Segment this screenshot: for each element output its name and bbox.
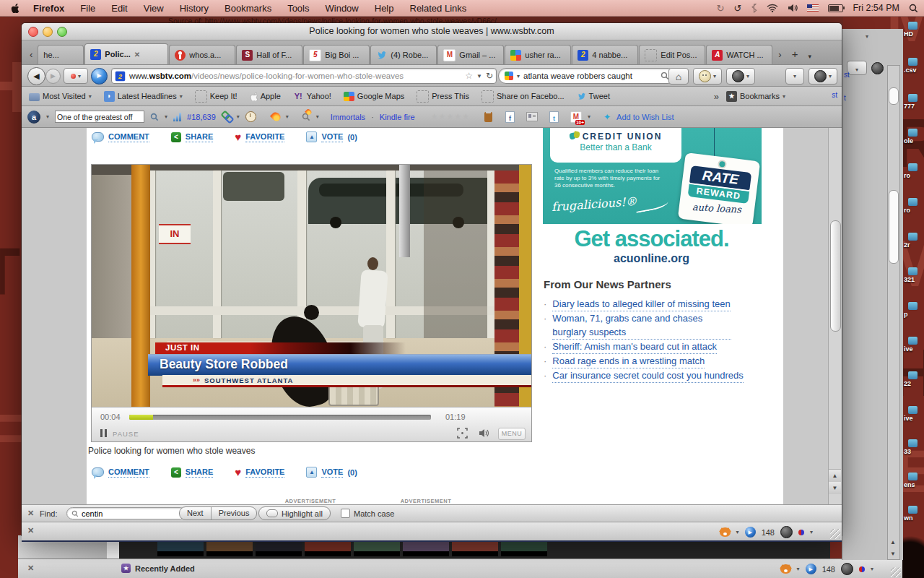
bookmark-press-this[interactable]: Press This <box>417 90 469 103</box>
favorite-button[interactable]: ♥FAVORITE <box>235 131 284 143</box>
bookmark-share-facebook[interactable]: Share on Facebo... <box>481 90 565 103</box>
amazon-search-icon[interactable] <box>150 113 159 121</box>
desktop-icon[interactable]: ro <box>904 163 924 179</box>
amazon-search-input[interactable] <box>55 111 144 123</box>
addon-ball-button-2[interactable]: ▾ <box>808 68 837 85</box>
session-addon-button[interactable]: ▾ <box>64 68 88 84</box>
partner-link[interactable]: Diary leads to alleged killer of missing… <box>552 297 730 311</box>
desktop-icon[interactable]: ive <box>904 406 924 422</box>
tab-usher[interactable]: usher ra... <box>505 45 571 64</box>
tab-whosampled[interactable]: whos.a... <box>169 45 235 64</box>
partner-link[interactable]: Car insurance secret could cost you hund… <box>552 368 743 383</box>
bookmark-keep-it[interactable]: Keep It! <box>195 90 237 103</box>
desktop-icon[interactable]: 33 <box>904 439 924 455</box>
menu-history[interactable]: History <box>180 3 209 14</box>
history-clock-icon[interactable] <box>245 111 256 122</box>
scrollbar-thumb[interactable] <box>830 220 841 332</box>
menu-firefox[interactable]: Firefox <box>33 3 64 14</box>
scroll-up-icon[interactable]: ▲ <box>829 469 841 482</box>
menu-window[interactable]: Window <box>326 3 359 14</box>
facebook-share-doc-icon[interactable]: f <box>505 111 515 123</box>
chevron-down-icon[interactable]: ▾ <box>237 113 240 120</box>
desktop-icon[interactable]: wn <box>904 506 924 522</box>
addon-dot-icon[interactable] <box>859 566 865 572</box>
scroll-down-icon[interactable]: ▼ <box>829 482 841 494</box>
pause-label[interactable]: PAUSE <box>113 430 139 438</box>
find-input-wrap[interactable] <box>66 507 186 519</box>
home-button[interactable]: ⌂ <box>668 68 689 85</box>
blue-orb-addon-button[interactable]: ▶ <box>91 68 108 85</box>
pause-icon[interactable] <box>100 429 107 437</box>
recently-added-label[interactable]: Recently Added <box>135 564 195 573</box>
gmail-notifier-icon[interactable]: M10+ <box>570 111 582 123</box>
ad-headline[interactable]: Get associated. <box>541 226 762 252</box>
new-tab-button[interactable]: + <box>792 48 798 60</box>
search-engine-dropdown-icon[interactable]: ▾ <box>517 73 520 79</box>
toolbar-button-fragment[interactable] <box>871 62 884 74</box>
desktop-icon[interactable]: 22 <box>904 371 924 387</box>
addon-ball-icon[interactable] <box>780 526 793 538</box>
link-icon[interactable] <box>222 112 231 121</box>
find-input[interactable] <box>82 509 168 518</box>
bookmarks-menu-button[interactable]: ★Bookmarks▾ <box>726 91 785 102</box>
desktop-icon[interactable]: ive <box>904 337 924 353</box>
time-machine-icon[interactable]: ↺ <box>733 3 741 14</box>
scroll-down-icon[interactable]: ▼ <box>888 548 898 559</box>
immortals-link[interactable]: Immortals <box>331 113 365 121</box>
tab-big-boi[interactable]: 5 Big Boi ... <box>303 45 370 64</box>
minimize-window-button[interactable] <box>43 27 53 37</box>
apple-menu-icon[interactable] <box>10 3 19 13</box>
forward-button[interactable]: ▶ <box>45 69 61 84</box>
titlebar[interactable]: Police looking for women who stole weave… <box>22 23 842 40</box>
scrollbar[interactable]: ▲ ▼ <box>887 65 900 560</box>
zoom-window-button[interactable] <box>57 27 67 37</box>
desktop-icon[interactable]: HD <box>904 22 924 38</box>
desktop-icon[interactable]: .csv <box>904 58 924 74</box>
volume-icon[interactable] <box>479 428 489 439</box>
highlight-all-button[interactable]: Highlight all <box>258 506 331 520</box>
menubar-clock[interactable]: Fri 2:54 PM <box>853 3 899 13</box>
scrollbar-thumb[interactable] <box>889 87 899 105</box>
desktop-icon[interactable]: ro <box>904 198 924 214</box>
addon-smiley-button[interactable]: ▾ <box>693 68 722 85</box>
checkbox-icon[interactable] <box>341 509 350 518</box>
tab-scroll-left-icon[interactable]: ‹ <box>30 49 32 60</box>
close-statusbar-icon[interactable]: ✕ <box>27 526 34 535</box>
flame-icon[interactable] <box>270 111 282 123</box>
video-frame[interactable]: IN JUST IN Beauty Store Robbed <box>92 165 531 407</box>
background-window[interactable]: ▾ ▾ st t ▲ ▼ <box>842 29 903 560</box>
desktop-icon[interactable]: p <box>904 302 924 318</box>
tab-close-icon[interactable]: ✕ <box>134 51 140 59</box>
chevron-down-icon[interactable]: ▾ <box>588 113 590 120</box>
partner-link[interactable]: Sheriff: Amish man's beard cut in attack <box>552 340 717 354</box>
bookmark-latest-headlines[interactable]: ◗Latest Headlines▾ <box>104 91 183 102</box>
toolbar-button-fragment[interactable]: ▾ <box>847 61 867 75</box>
desktop-icon[interactable]: ole <box>904 129 924 144</box>
wifi-icon[interactable] <box>767 4 778 12</box>
menu-bookmarks[interactable]: Bookmarks <box>225 3 271 14</box>
bookmark-tweet[interactable]: Tweet <box>577 92 610 101</box>
menu-edit[interactable]: Edit <box>111 3 127 14</box>
addon-ball-button[interactable]: ▾ <box>726 68 755 85</box>
search-bar[interactable]: ▾ <box>498 68 676 84</box>
bookmark-google-maps[interactable]: Google Maps <box>344 92 404 101</box>
bluetooth-icon[interactable] <box>751 4 757 13</box>
seek-bar[interactable] <box>129 415 431 420</box>
menu-help[interactable]: Help <box>375 3 394 14</box>
url-dropdown-icon[interactable]: ▼ <box>476 73 482 79</box>
addon-dropdown-button[interactable]: ▾ <box>785 68 804 85</box>
menu-related-links[interactable]: Related Links <box>410 3 467 14</box>
partner-link[interactable]: Road rage ends in a wrestling match <box>552 354 705 368</box>
comment-button[interactable]: COMMENT <box>92 132 149 142</box>
play-addon-icon[interactable]: ▶ <box>806 564 816 574</box>
bookmark-apple[interactable]: Apple <box>250 92 281 101</box>
chevron-down-icon[interactable]: ▾ <box>871 566 873 572</box>
sync-icon[interactable]: ↻ <box>717 3 725 14</box>
comment-button[interactable]: COMMENT <box>92 467 149 478</box>
desktop-icon[interactable]: 2r <box>904 233 924 249</box>
tab-partial[interactable]: he... <box>38 45 84 64</box>
find-previous-button[interactable]: Previous <box>212 507 257 519</box>
ad-url[interactable]: acuonline.org <box>541 252 762 265</box>
share-button[interactable]: <SHARE <box>171 132 214 142</box>
list-all-tabs-icon[interactable]: ▾ <box>808 53 811 60</box>
